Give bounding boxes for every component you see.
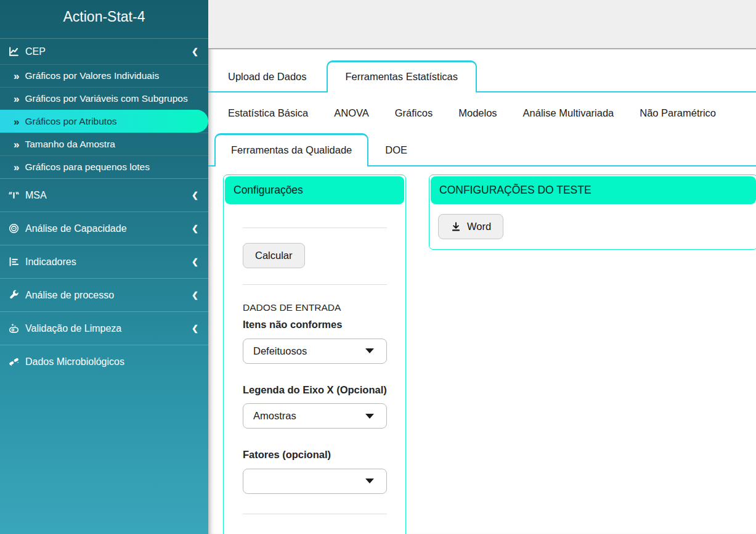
sidebar-group-label: Indicadores <box>25 257 76 268</box>
sidebar-group-dados-microbiologicos[interactable]: Dados Microbiológicos <box>0 345 208 378</box>
field-label-fatores: Fatores (opcional) <box>243 447 387 463</box>
factors-dropdown[interactable] <box>243 469 387 494</box>
sidebar-item-label: Gráficos por Valores Individuais <box>25 70 159 81</box>
config-panel-body: Calcular DADOS DE ENTRADA Itens não conf… <box>224 205 405 514</box>
tab-ferramentas-da-qualidade[interactable]: Ferramentas da Qualidade <box>214 133 368 166</box>
tab-upload-de-dados[interactable]: Upload de Dados <box>208 62 327 91</box>
category-estatistica-basica[interactable]: Estatística Básica <box>228 107 308 119</box>
main-content: Upload de Dados Ferramentas Estatísticas… <box>208 0 756 534</box>
field-label-itens-nao-conformes: Itens não conformes <box>243 317 387 333</box>
sidebar-item-tamanho-amostra[interactable]: » Tamanho da Amostra <box>0 133 208 155</box>
divider <box>243 228 387 228</box>
divider <box>243 284 387 285</box>
chevron-down-icon <box>365 414 374 419</box>
config-panel: Configurações Calcular DADOS DE ENTRADA … <box>223 175 406 534</box>
chevron-left-icon: ❮ <box>192 324 198 333</box>
sidebar-group-msa[interactable]: MSA ❮ <box>0 178 208 212</box>
category-anova[interactable]: ANOVA <box>334 107 369 119</box>
sidebar-group-label: Validação de Limpeza <box>25 323 121 334</box>
sidebar-group-analise-processo[interactable]: Análise de processo ❮ <box>0 278 208 311</box>
double-chevron-icon: » <box>14 117 19 127</box>
double-chevron-icon: » <box>14 162 19 173</box>
category-nav: Estatística Básica ANOVA Gráficos Modelo… <box>208 92 756 133</box>
sidebar-item-label: Gráficos por Variáveis com Subgrupos <box>25 93 187 104</box>
wrench-icon <box>8 289 20 301</box>
sidebar-item-label: Gráficos por Atributos <box>25 116 116 127</box>
sidebar-item-graficos-pequenos-lotes[interactable]: » Gráficos para pequenos lotes <box>0 155 208 178</box>
category-nao-parametrico[interactable]: Não Paramétrico <box>640 107 716 119</box>
double-chevron-icon: » <box>14 71 19 81</box>
soap-icon <box>8 322 20 334</box>
test-config-panel-body: Word <box>429 205 756 249</box>
nonconforming-items-dropdown[interactable]: Defeituosos <box>243 339 387 364</box>
main-tab-bar: Upload de Dados Ferramentas Estatísticas <box>208 60 756 92</box>
input-data-section-label: DADOS DE ENTRADA <box>243 302 387 313</box>
sidebar-group-validacao-limpeza[interactable]: Validação de Limpeza ❮ <box>0 311 208 345</box>
app-title: Action-Stat-4 <box>0 0 208 38</box>
download-icon <box>450 221 461 232</box>
dropdown-value: Amostras <box>253 410 296 422</box>
sidebar-group-label: Análise de processo <box>25 290 114 301</box>
sidebar-group-analise-capacidade[interactable]: Análise de Capacidade ❮ <box>0 212 208 245</box>
sub-tab-bar: Ferramentas da Qualidade DOE <box>208 133 756 166</box>
sidebar-group-label: CEP <box>25 46 46 57</box>
double-chevron-icon: » <box>14 139 19 150</box>
chevron-down-icon <box>365 348 374 353</box>
sidebar-item-label: Gráficos para pequenos lotes <box>25 162 149 173</box>
chevron-left-icon: ❮ <box>192 257 198 266</box>
sidebar-item-graficos-valores-individuais[interactable]: » Gráficos por Valores Individuais <box>0 64 208 87</box>
chevron-left-icon: ❮ <box>192 191 198 200</box>
sidebar-item-graficos-variaveis-subgrupos[interactable]: » Gráficos por Variáveis com Subgrupos <box>0 87 208 110</box>
category-graficos[interactable]: Gráficos <box>395 107 433 119</box>
divider <box>243 514 387 514</box>
bar-chart-icon <box>8 256 20 268</box>
x-axis-legend-dropdown[interactable]: Amostras <box>243 403 387 429</box>
double-chevron-icon: » <box>14 94 19 104</box>
test-config-panel: CONFIGURAÇÕES DO TESTE Word <box>429 175 756 250</box>
calculate-button[interactable]: Calcular <box>243 243 305 268</box>
chevron-down-icon <box>365 479 374 483</box>
chart-line-icon <box>8 46 20 57</box>
category-modelos[interactable]: Modelos <box>458 107 497 119</box>
chevron-left-icon: ❮ <box>192 47 198 56</box>
sidebar-item-graficos-atributos[interactable]: » Gráficos por Atributos <box>0 110 208 133</box>
chevron-left-icon: ❮ <box>192 290 198 300</box>
chevron-left-icon: ❮ <box>192 224 198 233</box>
dropdown-value: Defeituosos <box>253 345 307 357</box>
top-header-bar <box>208 0 756 49</box>
sidebar-item-label: Tamanho da Amostra <box>25 139 115 150</box>
sidebar-group-indicadores[interactable]: Indicadores ❮ <box>0 245 208 278</box>
sidebar-group-label: Análise de Capacidade <box>25 223 127 234</box>
field-label-legenda-eixo-x: Legenda do Eixo X (Opcional) <box>243 382 387 398</box>
sidebar-group-label: MSA <box>25 190 47 201</box>
sidebar: Action-Stat-4 CEP ❮ » Gráficos por Valor… <box>0 0 208 534</box>
test-config-panel-title: CONFIGURAÇÕES DO TESTE <box>431 176 756 204</box>
sidebar-group-label: Dados Microbiológicos <box>25 356 124 368</box>
word-button-label: Word <box>467 221 491 232</box>
sidebar-group-cep[interactable]: CEP ❮ <box>0 38 208 64</box>
config-panel-title: Configurações <box>225 176 404 204</box>
panels-container: Configurações Calcular DADOS DE ENTRADA … <box>208 166 756 534</box>
category-analise-multivariada[interactable]: Análise Multivariada <box>523 107 614 119</box>
word-export-button[interactable]: Word <box>438 214 503 239</box>
bullseye-icon <box>8 223 20 234</box>
bacteria-icon <box>8 356 20 368</box>
tab-ferramentas-estatisticas[interactable]: Ferramentas Estatísticas <box>327 60 477 92</box>
tab-doe[interactable]: DOE <box>368 135 424 165</box>
broadcast-icon <box>8 189 20 201</box>
